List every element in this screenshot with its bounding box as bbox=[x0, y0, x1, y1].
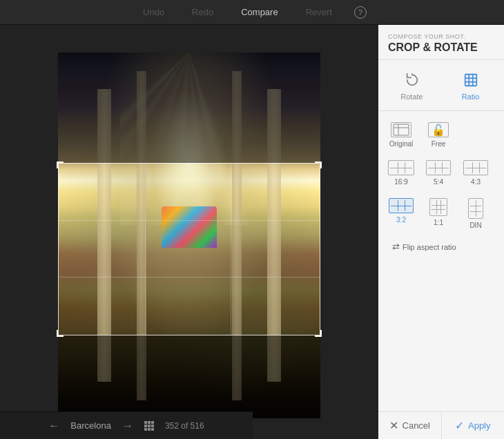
bottom-bar: ← Barcelona → 352 of 516 bbox=[0, 411, 253, 439]
svg-rect-5 bbox=[394, 124, 409, 135]
photo bbox=[58, 52, 320, 418]
panel-subtitle: COMPOSE YOUR SHOT. bbox=[388, 33, 494, 40]
panel-header: COMPOSE YOUR SHOT. CROP & ROTATE bbox=[378, 25, 504, 60]
apply-label: Apply bbox=[468, 420, 491, 431]
flip-icon: ⇄ bbox=[392, 242, 400, 252]
ratio-5-4-grid bbox=[428, 162, 449, 173]
ratio-16-9-label: 16:9 bbox=[394, 178, 407, 186]
ratio-16-9-grid bbox=[390, 162, 412, 173]
undo-button[interactable]: Undo bbox=[137, 4, 170, 20]
ratio-row-2: 16:9 5:4 bbox=[385, 157, 497, 188]
grid-view-button[interactable] bbox=[144, 421, 154, 431]
ratio-1-1-icon bbox=[429, 198, 447, 216]
toolbar: Undo Redo Compare Revert ? bbox=[0, 0, 504, 25]
pillar-center-left bbox=[137, 71, 146, 400]
ratio-1-1-grid bbox=[432, 200, 445, 214]
ratio-original-icon bbox=[391, 122, 411, 137]
panel-bottom-buttons: ✕ Cancel ✓ Apply bbox=[378, 411, 504, 439]
image-container bbox=[58, 52, 320, 418]
stained-glass-window bbox=[162, 206, 217, 248]
main-content: ← Barcelona → 352 of 516 COMPOSE YOUR SH… bbox=[0, 25, 504, 439]
compare-button[interactable]: Compare bbox=[235, 4, 283, 20]
ratio-3-2-grid bbox=[391, 200, 411, 211]
apply-button[interactable]: ✓ Apply bbox=[442, 412, 505, 439]
rotate-icon bbox=[405, 72, 420, 90]
right-panel: COMPOSE YOUR SHOT. CROP & ROTATE Rotate bbox=[378, 25, 504, 439]
ratio-row-3: 3:2 1:1 bbox=[385, 195, 497, 232]
revert-button[interactable]: Revert bbox=[300, 4, 338, 20]
ratio-free[interactable]: 🔓 Free bbox=[423, 119, 454, 150]
ratio-free-icon: 🔓 bbox=[428, 122, 449, 137]
pillar-center-right bbox=[232, 71, 242, 400]
apply-check-icon: ✓ bbox=[455, 419, 464, 432]
help-button[interactable]: ? bbox=[354, 6, 367, 19]
cancel-button[interactable]: ✕ Cancel bbox=[378, 412, 441, 439]
flip-aspect-ratio-button[interactable]: ⇄ Flip aspect ratio bbox=[385, 239, 497, 255]
ratio-4-3-icon bbox=[463, 160, 488, 175]
ratio-5-4-icon bbox=[426, 160, 451, 175]
tab-ratio-label: Ratio bbox=[462, 92, 480, 101]
position-label: 352 of 516 bbox=[165, 421, 204, 431]
ratio-din[interactable]: DIN bbox=[460, 195, 492, 232]
tab-ratio[interactable]: Ratio bbox=[444, 68, 497, 105]
pillar-right bbox=[267, 89, 281, 382]
ratio-row-1: Original 🔓 Free bbox=[385, 119, 497, 150]
cancel-x-icon: ✕ bbox=[389, 419, 398, 432]
location-label: Barcelona bbox=[70, 420, 111, 431]
ratio-1-1[interactable]: 1:1 bbox=[423, 195, 454, 232]
prev-arrow[interactable]: ← bbox=[48, 420, 59, 432]
ratio-din-icon bbox=[468, 198, 483, 219]
ratio-3-2-icon bbox=[389, 198, 414, 213]
tab-rotate[interactable]: Rotate bbox=[385, 68, 438, 105]
svg-rect-0 bbox=[465, 75, 476, 86]
image-area: ← Barcelona → 352 of 516 bbox=[0, 25, 378, 439]
ratio-3-2[interactable]: 3:2 bbox=[385, 195, 417, 232]
ratio-5-4[interactable]: 5:4 bbox=[423, 157, 454, 188]
ratio-din-label: DIN bbox=[469, 222, 481, 229]
ratio-1-1-label: 1:1 bbox=[434, 219, 443, 226]
cancel-label: Cancel bbox=[403, 420, 430, 431]
ratio-4-3[interactable]: 4:3 bbox=[460, 157, 492, 188]
flip-label: Flip aspect ratio bbox=[403, 243, 456, 251]
next-arrow[interactable]: → bbox=[122, 420, 133, 432]
ratio-5-4-label: 5:4 bbox=[434, 178, 443, 186]
ratio-16-9-icon bbox=[388, 160, 414, 175]
ratio-original-label: Original bbox=[389, 140, 413, 148]
ratio-grid: Original 🔓 Free bbox=[378, 111, 504, 411]
ratio-icon bbox=[463, 72, 478, 90]
ratio-din-grid bbox=[470, 200, 481, 217]
redo-button[interactable]: Redo bbox=[186, 4, 219, 20]
panel-tabs: Rotate Ratio bbox=[378, 60, 504, 111]
ratio-16-9[interactable]: 16:9 bbox=[385, 157, 417, 188]
ratio-free-label: Free bbox=[432, 140, 446, 148]
ratio-4-3-label: 4:3 bbox=[471, 178, 481, 186]
tab-rotate-label: Rotate bbox=[400, 92, 423, 101]
pillar-left bbox=[97, 89, 111, 382]
ratio-4-3-grid bbox=[465, 162, 486, 173]
ratio-original[interactable]: Original bbox=[385, 119, 417, 150]
panel-title: CROP & ROTATE bbox=[388, 41, 494, 54]
ratio-3-2-label: 3:2 bbox=[396, 216, 406, 224]
